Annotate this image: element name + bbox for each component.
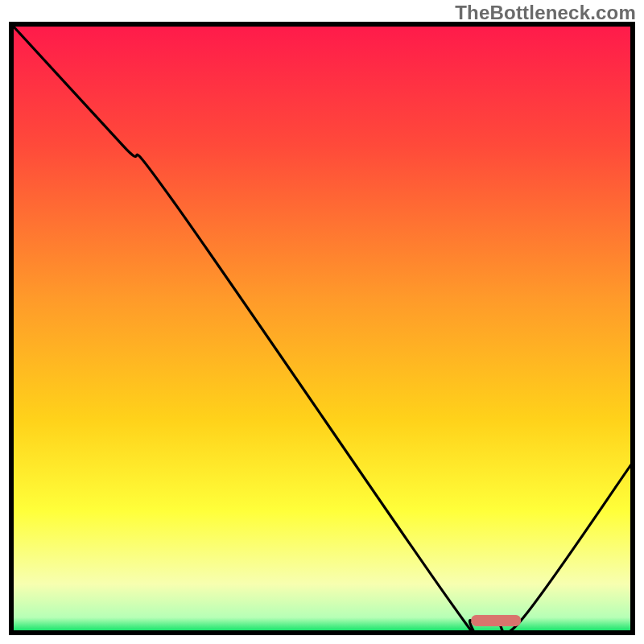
- chart-frame: TheBottleneck.com: [0, 0, 644, 644]
- bottleneck-chart: [0, 0, 644, 644]
- gradient-background: [11, 24, 633, 633]
- optimal-range-marker: [471, 615, 521, 626]
- plot-area: [11, 24, 633, 636]
- watermark-text: TheBottleneck.com: [455, 2, 636, 24]
